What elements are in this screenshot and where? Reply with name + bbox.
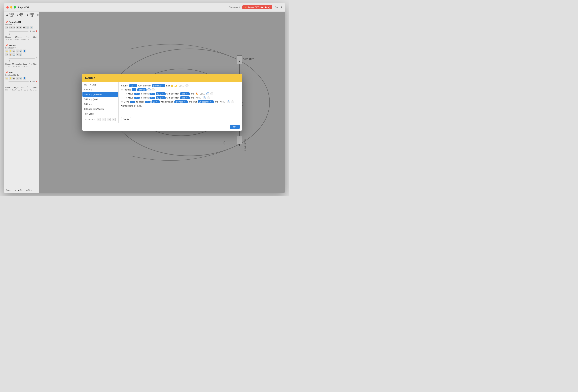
loco-control-btn[interactable]: ⏮ [12,26,15,29]
move3-wait-value[interactable]: 20 seconds ⌃⌄ [198,100,214,103]
loco-control-btn[interactable]: ▶ [19,26,22,29]
script-item-s4-waiting[interactable]: S4 Loop with Waiting [82,106,118,111]
go-button[interactable]: Go [275,6,278,8]
settings-icon[interactable]: ⚙ [37,14,39,16]
script-item-s4[interactable]: S4 Loop [82,102,118,106]
repeat-remove-button[interactable]: − [151,88,154,91]
start-button[interactable]: ▶ Start [18,189,24,191]
move3-block-stepper[interactable]: ⌃⌄ [145,101,150,103]
loco-control-btn[interactable]: 🔈 [19,53,22,56]
move1-action-stepper[interactable]: ⌃⌄ [134,93,140,95]
stop-button[interactable]: ■ Stop [26,189,32,191]
move3-action-stepper[interactable]: ⌃⌄ [130,101,135,103]
loco-sbahn-start[interactable]: Start [33,63,37,65]
disconnect-button[interactable]: Disconnect [229,6,240,8]
loco-control-btn[interactable]: ⭐ [9,77,12,80]
loco-control-btn[interactable]: 🔊 [19,77,22,80]
loco-control-btn[interactable]: ◀ [5,26,8,29]
stop-all-button[interactable]: ■ Stop All [16,12,24,18]
loco-control-btn[interactable]: 🔊 [26,26,29,29]
repeat-add-button[interactable]: + [147,88,150,91]
move1-edit-button[interactable]: Edit... [199,92,205,95]
modal-title: Routes [85,76,95,80]
close-button[interactable] [6,6,9,8]
loco-pin-icon3: 📌 [5,71,8,74]
start-info-button[interactable]: ⓘ [186,84,189,87]
move2-remove-button[interactable]: − [207,96,210,99]
loco-control-btn[interactable]: ⏭ [16,26,19,29]
ok-button[interactable]: OK [230,125,240,129]
start-all-button[interactable]: ▶▶ Start All [5,12,14,18]
repeat-times-pill[interactable]: 2 times [137,88,146,91]
loco-control-btn[interactable]: ◀◀ [9,26,12,29]
repeat-drag-handle[interactable]: ≡ [121,89,123,91]
script-editor-content: Start in S3 ⌃⌄ with direction previous ⌃… [119,82,242,116]
add-script-button[interactable]: + [97,118,100,121]
move2-add-button[interactable]: Add... [195,96,202,99]
loco-control-btn[interactable]: ▶ [16,77,19,80]
loco-control-btn[interactable]: ⏮ [5,53,8,56]
move-row-2: ≡ Move ⌃⌄ to block ⌃⌄ IL_1 ⌃⌄ [126,96,240,99]
loco-start-button[interactable]: Start [33,36,37,38]
move1-block-value[interactable]: IL_3 ⌃⌄ [156,92,165,95]
move3-add-button[interactable]: Add... [219,100,226,103]
modal-body: HS_T7 Loop S2 Loop S3 Loop (previous) S3… [82,82,242,123]
script-item-s3-prev[interactable]: S3 Loop (previous) [83,92,118,97]
script-item-s3-next[interactable]: S3 Loop (next) [82,97,118,102]
move3-add-circle[interactable]: + [227,100,230,103]
move1-drag-handle[interactable]: ≡ [126,93,127,95]
move2-action-stepper[interactable]: ⌃⌄ [134,97,140,99]
repeat-stepper-pill[interactable]: ⌄ [132,88,136,91]
finish-all-button[interactable]: ⏹ Finish All [26,12,35,18]
loco-control-btn[interactable]: ⭐ [9,49,12,52]
loco-control-btn[interactable]: ⟳ [16,53,19,56]
script-item-s2[interactable]: S2 Loop [82,87,118,92]
power-button[interactable]: ⚡ Power OFF (Simulator) [242,5,272,9]
loco-control-btn[interactable]: ▶▶ [23,26,26,29]
move3-drag-handle[interactable]: ≡ [121,100,123,103]
move2-block-label: block [144,97,148,99]
move2-block-stepper[interactable]: ⌃⌄ [149,97,155,99]
loco-control-btn[interactable]: 📦 [9,53,12,56]
loco-control-btn[interactable]: 👤 [23,49,26,52]
loco-control-btn[interactable]: ▶ [16,49,19,52]
loco-control-btn[interactable]: ◀◀ [12,49,15,52]
minimize-button[interactable] [10,6,12,8]
move2-drag-handle[interactable]: ≡ [126,97,127,99]
move1-block-stepper[interactable]: ⌃⌄ [149,93,155,95]
loco-tgv-start[interactable]: Start [33,87,37,89]
loco-control-btn[interactable]: 👤 [23,77,26,80]
loco-control-btn[interactable]: 🔄 [12,53,15,56]
loco-control-btn[interactable]: ◀◀ [12,77,15,80]
completion-edit-button[interactable]: Edit... [137,104,143,107]
demo-selector[interactable]: Demo 1 ⌃⌄ [6,189,16,191]
loco-tgv-route: Route: HS_T7 Loop ⌃⌄ Start [5,86,37,89]
verify-button[interactable]: Verify [121,117,131,121]
script-item-test[interactable]: Test Script [82,111,118,116]
move1-add-button[interactable]: + [206,92,209,95]
move3-direction-value[interactable]: previous ⌃⌄ [174,100,188,103]
sort-script-button[interactable]: ⇅ [112,118,116,121]
maximize-button[interactable] [14,6,16,8]
loco-tgv-section: 📌 TGV Location: HS_T7 ⭐ ⭐ ◀◀ ▶ 🔊 👤 [4,70,39,92]
move3-remove-button[interactable]: − [231,100,234,103]
move3-block-value[interactable]: S3 ⌃⌄ [151,100,160,103]
loco-control-btn[interactable]: 🔧 [30,26,33,29]
move2-block-value[interactable]: IL_1 ⌃⌄ [156,96,165,99]
move2-add-circle[interactable]: + [203,96,206,99]
start-icon: ▶ [18,189,20,191]
remove-script-button[interactable]: − [102,118,105,121]
duplicate-script-button[interactable]: ⧉ [107,118,110,121]
move1-direction-value[interactable]: next ⌃⌄ [180,92,190,95]
repeat-decrement[interactable]: ⌄ [133,89,135,91]
loco-control-btn[interactable]: ⭐ [5,49,8,52]
loco-control-btn[interactable]: 🔊 [19,49,22,52]
start-edit-button[interactable]: Edit... [178,84,185,87]
move1-remove-button[interactable]: − [210,92,213,95]
start-direction-pill[interactable]: previous ⌃⌄ [152,84,165,87]
start-block-pill[interactable]: S3 ⌃⌄ [129,84,137,87]
move2-direction-value[interactable]: next ⌃⌄ [180,96,190,99]
script-item-hs-t7[interactable]: HS_T7 Loop [82,82,118,87]
loco-control-btn[interactable]: ⭐ [5,77,8,80]
loco-tgv-speed: → 0 kph [5,80,37,83]
